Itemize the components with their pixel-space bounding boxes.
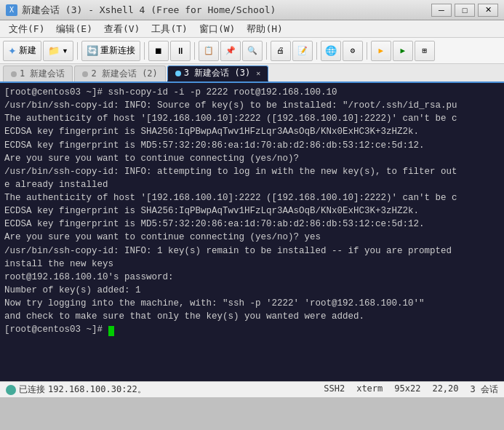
pause-button[interactable]: ⏸ <box>170 41 191 61</box>
paste-button[interactable]: 📌 <box>220 41 241 61</box>
paste-icon: 📌 <box>225 46 236 55</box>
tab-2-dot <box>82 71 88 77</box>
new-label: 新建 <box>19 44 36 57</box>
toolbar-sep-6 <box>367 42 367 60</box>
settings-button[interactable]: ⚙ <box>343 41 363 61</box>
toolbar: ✦ 新建 📁 ▼ 🔄 重新连接 ⏹ ⏸ 📋 📌 🔍 <box>0 38 504 64</box>
reconnect-icon: 🔄 <box>87 45 98 56</box>
terminal-line: e already installed <box>4 178 500 191</box>
tab-3-dot <box>175 71 181 76</box>
menu-bar: 文件(F) 编辑(E) 查看(V) 工具(T) 窗口(W) 帮助(H) <box>0 20 504 38</box>
folder-icon: 📁 <box>48 45 60 56</box>
terminal-line: install the new keys <box>4 258 500 271</box>
tab-2-label: 2 新建会话 (2) <box>91 68 157 80</box>
terminal-line: root@192.168.100.10's password: <box>4 271 500 284</box>
connected-label: 已连接 <box>19 383 45 396</box>
script-icon: ▶ <box>379 46 384 55</box>
log-icon: 📝 <box>297 46 308 55</box>
print-icon: 🖨 <box>276 46 284 55</box>
copy-button[interactable]: 📋 <box>199 41 219 61</box>
title-bar: X 新建会话 (3) - Xshell 4 (Free for Home/Sch… <box>0 0 504 20</box>
terminal-line: ECDSA key fingerprint is MD5:57:32:20:86… <box>4 139 500 152</box>
globe-icon: 🌐 <box>325 45 337 56</box>
status-right: SSH2 xterm 95x22 22,20 3 会话 <box>324 383 498 396</box>
minimize-button[interactable]: ─ <box>431 4 452 17</box>
terminal-line: The authenticity of host '[192.168.100.1… <box>4 191 500 204</box>
terminal[interactable]: [root@centos03 ~]# ssh-copy-id -i -p 222… <box>0 83 504 381</box>
tab-3[interactable]: 3 新建会话 (3) ✕ <box>167 65 268 81</box>
script-button[interactable]: ▶ <box>371 41 391 61</box>
stop-icon: ⏹ <box>154 46 163 56</box>
ssh-label: SSH2 <box>324 383 345 396</box>
terminal-line: [root@centos03 ~]# ssh-copy-id -i -p 222… <box>4 86 500 99</box>
term-label: xterm <box>356 383 383 396</box>
tab-1-dot <box>11 71 17 77</box>
terminal-line: The authenticity of host '[192.168.100.1… <box>4 112 500 125</box>
menu-window[interactable]: 窗口(W) <box>193 21 241 37</box>
sessions-label: 3 会话 <box>471 383 498 396</box>
app-icon: X <box>6 4 17 16</box>
toolbar-sep-2 <box>144 42 145 60</box>
find-button[interactable]: 🔍 <box>242 41 263 61</box>
tab-1-label: 1 新建会话 <box>20 68 65 80</box>
print-button[interactable]: 🖨 <box>271 41 291 61</box>
search-icon: 🔍 <box>247 46 257 55</box>
globe-button[interactable]: 🌐 <box>321 41 341 61</box>
menu-help[interactable]: 帮助(H) <box>241 21 288 37</box>
tab-3-label: 3 新建会话 (3) <box>184 67 250 79</box>
terminal-line: Number of key(s) added: 1 <box>4 284 500 297</box>
menu-tools[interactable]: 工具(T) <box>145 21 193 37</box>
terminal-cursor <box>108 326 114 336</box>
tab-2[interactable]: 2 新建会话 (2) <box>74 65 165 81</box>
status-bar: 已连接 192.168.100.30:22。 SSH2 xterm 95x22 … <box>0 381 504 397</box>
title-bar-controls: ─ □ ✕ <box>431 4 498 17</box>
toolbar-sep-4 <box>266 42 267 60</box>
settings-icon: ⚙ <box>351 46 356 55</box>
new-icon: ✦ <box>8 45 17 57</box>
terminal-line: ECDSA key fingerprint is SHA256:IqPBwpAq… <box>4 125 500 138</box>
open-dropdown-icon: ▼ <box>62 47 68 55</box>
toolbar-sep-5 <box>316 42 317 60</box>
pause-icon: ⏸ <box>176 46 185 56</box>
connected-icon <box>6 385 16 395</box>
terminal-line: ECDSA key fingerprint is MD5:57:32:20:86… <box>4 218 500 231</box>
new-button[interactable]: ✦ 新建 <box>3 41 41 61</box>
terminal-line: Are you sure you want to continue connec… <box>4 231 500 244</box>
terminal-line: [root@centos03 ~]# <box>4 323 500 336</box>
menu-view[interactable]: 查看(V) <box>98 21 145 37</box>
extra-button[interactable]: ⊞ <box>415 41 435 61</box>
window-title: 新建会话 (3) - Xshell 4 (Free for Home/Schoo… <box>22 4 276 17</box>
toolbar-sep-3 <box>194 42 195 60</box>
position-label: 22,20 <box>432 383 458 396</box>
terminal-line: ECDSA key fingerprint is SHA256:IqPBwpAq… <box>4 204 500 218</box>
tab-1[interactable]: 1 新建会话 <box>3 65 73 81</box>
terminal-line: Are you sure you want to continue connec… <box>4 152 500 165</box>
toolbar-sep-1 <box>77 42 78 60</box>
terminal-line: /usr/bin/ssh-copy-id: INFO: Source of ke… <box>4 99 500 112</box>
terminal-line: Now try logging into the machine, with: … <box>4 297 500 310</box>
terminal-line: /usr/bin/ssh-copy-id: INFO: attempting t… <box>4 165 500 178</box>
window: X 新建会话 (3) - Xshell 4 (Free for Home/Sch… <box>0 0 504 397</box>
tab-bar: 1 新建会话 2 新建会话 (2) 3 新建会话 (3) ✕ <box>0 64 504 83</box>
copy-icon: 📋 <box>204 46 214 55</box>
title-bar-left: X 新建会话 (3) - Xshell 4 (Free for Home/Sch… <box>6 4 276 17</box>
log-button[interactable]: 📝 <box>292 41 313 61</box>
menu-file[interactable]: 文件(F) <box>3 21 50 37</box>
macro-button[interactable]: ▶ <box>393 41 413 61</box>
terminal-line: and check to make sure that only the key… <box>4 310 500 323</box>
tab-3-close[interactable]: ✕ <box>256 69 260 77</box>
status-left: 已连接 192.168.100.30:22。 <box>6 383 146 396</box>
reconnect-button[interactable]: 🔄 重新连接 <box>81 41 140 61</box>
close-button[interactable]: ✕ <box>478 4 498 17</box>
extra-icon: ⊞ <box>423 46 428 55</box>
terminal-line: /usr/bin/ssh-copy-id: INFO: 1 key(s) rem… <box>4 244 500 258</box>
connected-address: 192.168.100.30:22。 <box>48 383 146 396</box>
macro-icon: ▶ <box>401 46 406 55</box>
dimensions-label: 95x22 <box>394 383 420 396</box>
menu-edit[interactable]: 编辑(E) <box>50 21 97 37</box>
reconnect-label: 重新连接 <box>100 44 135 57</box>
stop-button[interactable]: ⏹ <box>148 41 169 61</box>
maximize-button[interactable]: □ <box>455 4 475 17</box>
open-button[interactable]: 📁 ▼ <box>43 41 73 61</box>
